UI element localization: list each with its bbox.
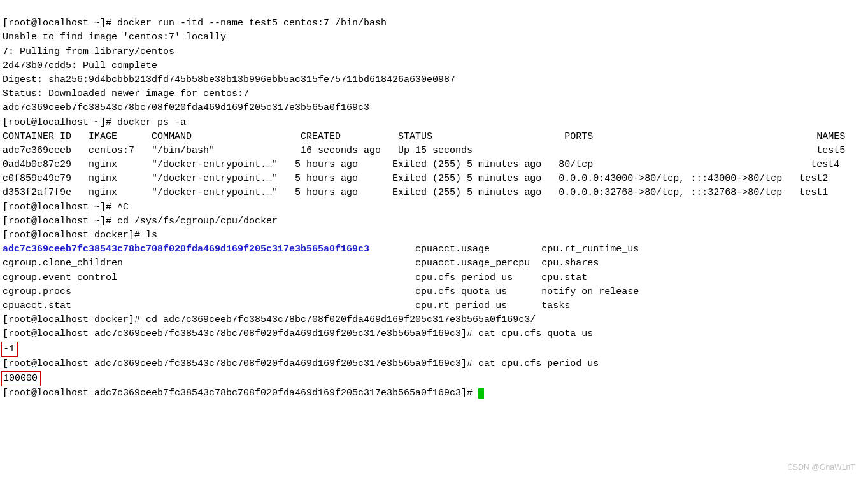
terminal-cursor[interactable] — [478, 388, 484, 399]
terminal-output[interactable]: [root@localhost ~]# docker run -itd --na… — [3, 17, 865, 400]
directory-entry: adc7c369ceeb7fc38543c78bc708f020fda469d1… — [3, 244, 369, 255]
watermark: CSDN @GnaW1nT — [787, 462, 855, 474]
highlighted-value-quota: -1 — [1, 342, 18, 357]
highlighted-value-period: 100000 — [1, 371, 41, 386]
